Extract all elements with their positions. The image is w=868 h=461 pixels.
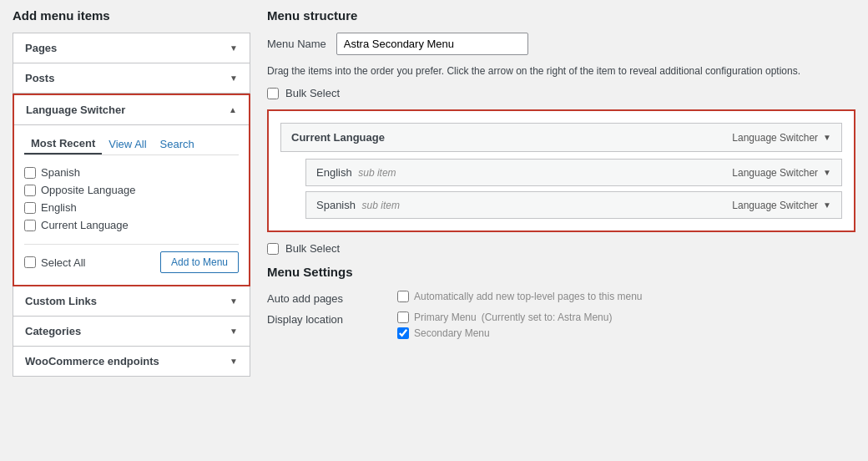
language-switcher-label: Language Switcher xyxy=(26,104,125,116)
english-subitem-label: English sub item xyxy=(316,166,396,179)
woo-chevron-icon: ▼ xyxy=(230,357,238,366)
custom-links-chevron-icon: ▼ xyxy=(230,296,238,306)
current-language-item-right: Language Switcher ▼ xyxy=(732,132,831,144)
spanish-subitem-right: Language Switcher ▼ xyxy=(732,200,831,211)
select-all-checkbox[interactable] xyxy=(24,256,36,268)
auto-add-option[interactable]: Automatically add new top-level pages to… xyxy=(397,291,855,302)
current-language-checkbox[interactable] xyxy=(24,220,36,231)
current-language-dropdown-icon[interactable]: ▼ xyxy=(823,133,831,142)
menu-settings-heading: Menu Settings xyxy=(267,265,855,279)
auto-add-label: Auto add pages xyxy=(267,291,384,305)
add-menu-items-panel: Add menu items Pages ▼ Posts ▼ Language … xyxy=(13,8,250,453)
english-subitem-right: Language Switcher ▼ xyxy=(732,167,831,179)
list-item: English xyxy=(24,199,239,216)
categories-chevron-icon: ▼ xyxy=(230,327,238,336)
pages-section: Pages ▼ xyxy=(13,33,250,63)
language-switcher-tabs: Most Recent View All Search xyxy=(24,134,239,155)
categories-section: Categories ▼ xyxy=(13,317,250,347)
bulk-select-checkbox-top[interactable] xyxy=(267,88,279,99)
english-subitem-dropdown-icon[interactable]: ▼ xyxy=(823,168,831,177)
language-switcher-body: Most Recent View All Search Spanish Oppo… xyxy=(14,124,249,285)
categories-label: Categories xyxy=(25,325,81,337)
pages-chevron-icon: ▼ xyxy=(230,43,238,53)
primary-menu-note: (Currently set to: Astra Menu) xyxy=(482,312,613,323)
custom-links-accordion-header[interactable]: Custom Links ▼ xyxy=(13,286,250,316)
custom-links-label: Custom Links xyxy=(25,295,97,307)
english-sub-text: sub item xyxy=(358,167,396,179)
settings-grid: Auto add pages Automatically add new top… xyxy=(267,291,855,339)
display-location-label: Display location xyxy=(267,312,384,326)
current-language-item-label: Current Language xyxy=(291,131,385,144)
tab-search[interactable]: Search xyxy=(154,134,201,155)
opposite-language-checkbox[interactable] xyxy=(24,185,36,196)
display-location-value: Primary Menu (Currently set to: Astra Me… xyxy=(397,312,855,339)
auto-add-value: Automatically add new top-level pages to… xyxy=(397,291,855,302)
language-switcher-section: Language Switcher ▲ Most Recent View All… xyxy=(13,94,250,286)
woo-label: WooCommerce endpoints xyxy=(25,355,159,367)
woo-section: WooCommerce endpoints ▼ xyxy=(13,347,250,377)
menu-subitems: English sub item Language Switcher ▼ Spa… xyxy=(305,159,842,219)
menu-structure-items: Current Language Language Switcher ▼ Eng… xyxy=(267,109,855,232)
pages-label: Pages xyxy=(25,42,57,54)
categories-accordion-header[interactable]: Categories ▼ xyxy=(13,317,250,346)
add-to-menu-button[interactable]: Add to Menu xyxy=(160,251,239,273)
posts-section: Posts ▼ xyxy=(13,63,250,94)
secondary-menu-option[interactable]: Secondary Menu xyxy=(397,327,855,339)
current-language-item-type: Language Switcher xyxy=(732,132,818,144)
spanish-subitem-type: Language Switcher xyxy=(732,200,818,211)
list-item: Current Language xyxy=(24,216,239,234)
english-subitem-type: Language Switcher xyxy=(732,167,818,179)
left-panel-heading: Add menu items xyxy=(13,8,250,23)
pages-accordion-header[interactable]: Pages ▼ xyxy=(13,33,250,63)
menu-name-input[interactable] xyxy=(336,33,528,55)
menu-settings: Menu Settings Auto add pages Automatical… xyxy=(267,265,855,339)
posts-label: Posts xyxy=(25,72,54,84)
bulk-select-label-top[interactable]: Bulk Select xyxy=(285,87,340,99)
list-item: Opposite Language xyxy=(24,181,239,199)
right-panel-heading: Menu structure xyxy=(267,8,855,23)
menu-name-label: Menu Name xyxy=(267,38,326,50)
woo-accordion-header[interactable]: WooCommerce endpoints ▼ xyxy=(13,347,250,376)
secondary-menu-checkbox[interactable] xyxy=(397,327,409,339)
tab-view-all[interactable]: View All xyxy=(102,134,153,155)
spanish-subitem-dropdown-icon[interactable]: ▼ xyxy=(823,200,831,210)
menu-structure-panel: Menu structure Menu Name Drag the items … xyxy=(267,8,855,453)
primary-menu-label-text: Primary Menu xyxy=(414,312,477,323)
secondary-menu-label-text: Secondary Menu xyxy=(414,327,490,339)
menu-item-current-language: Current Language Language Switcher ▼ xyxy=(280,123,842,152)
hint-text: Drag the items into the order you prefer… xyxy=(267,63,855,79)
menu-subitem-english: English sub item Language Switcher ▼ xyxy=(305,159,842,186)
bulk-select-row-bottom: Bulk Select xyxy=(267,242,855,255)
bulk-select-row-top: Bulk Select xyxy=(267,87,855,99)
posts-accordion-header[interactable]: Posts ▼ xyxy=(13,63,250,93)
tab-most-recent[interactable]: Most Recent xyxy=(24,134,102,155)
posts-chevron-icon: ▼ xyxy=(230,73,238,83)
current-language-label[interactable]: Current Language xyxy=(41,219,129,231)
bulk-select-checkbox-bottom[interactable] xyxy=(267,243,279,255)
custom-links-section: Custom Links ▼ xyxy=(13,286,250,317)
menu-name-row: Menu Name xyxy=(267,33,855,55)
language-switcher-accordion-header[interactable]: Language Switcher ▲ xyxy=(14,95,249,124)
language-switcher-chevron-icon: ▲ xyxy=(229,105,237,114)
menu-subitem-spanish: Spanish sub item Language Switcher ▼ xyxy=(305,191,842,219)
spanish-sub-text: sub item xyxy=(362,200,400,211)
primary-menu-checkbox[interactable] xyxy=(397,312,409,323)
spanish-checkbox[interactable] xyxy=(24,167,36,179)
list-item: Spanish xyxy=(24,164,239,181)
primary-menu-option[interactable]: Primary Menu (Currently set to: Astra Me… xyxy=(397,312,855,323)
bulk-select-label-bottom[interactable]: Bulk Select xyxy=(285,242,340,255)
english-label[interactable]: English xyxy=(41,201,77,214)
spanish-label[interactable]: Spanish xyxy=(41,166,80,179)
language-items-list: Spanish Opposite Language English Curren… xyxy=(24,164,239,234)
select-all-row: Select All Add to Menu xyxy=(24,244,239,273)
auto-add-checkbox[interactable] xyxy=(397,291,409,302)
select-all-label[interactable]: Select All xyxy=(24,256,85,269)
english-checkbox[interactable] xyxy=(24,202,36,214)
spanish-subitem-label: Spanish sub item xyxy=(316,199,400,211)
select-all-text: Select All xyxy=(41,256,85,269)
opposite-language-label[interactable]: Opposite Language xyxy=(41,184,135,196)
